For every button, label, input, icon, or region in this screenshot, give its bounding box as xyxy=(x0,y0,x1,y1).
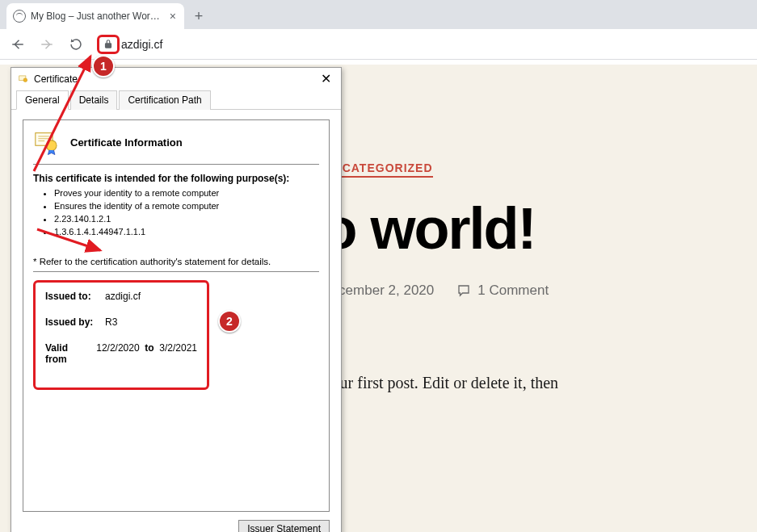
svg-point-7 xyxy=(46,140,57,151)
lock-icon xyxy=(103,39,114,50)
issued-to-value: azdigi.cf xyxy=(105,291,141,302)
valid-from-value: 12/2/2020 xyxy=(96,342,139,365)
comments-text: 1 Comment xyxy=(477,283,549,299)
cert-purpose-item: Proves your identity to a remote compute… xyxy=(54,187,319,200)
site-info-lock[interactable] xyxy=(97,35,120,54)
dialog-title: Certificate xyxy=(34,73,78,85)
back-button[interactable] xyxy=(6,33,29,56)
valid-to-label: to xyxy=(145,342,154,365)
cert-purpose-intro: This certificate is intended for the fol… xyxy=(33,173,319,184)
valid-to-value: 3/2/2021 xyxy=(159,342,197,365)
issued-by-label: Issued by: xyxy=(45,316,105,328)
cert-purpose-item: 1.3.6.1.4.1.44947.1.1.1 xyxy=(54,226,319,239)
tab-certification-path[interactable]: Certification Path xyxy=(119,90,210,110)
dialog-close-button[interactable]: ✕ xyxy=(318,71,334,86)
post-comments[interactable]: 1 Comment xyxy=(456,283,549,299)
tab-strip: My Blog – Just another WordPress × + xyxy=(0,0,757,29)
tab-details[interactable]: Details xyxy=(70,90,118,110)
browser-toolbar: azdigi.cf xyxy=(0,29,757,60)
arrow-left-icon xyxy=(11,37,25,52)
cert-fields-box: Issued to: azdigi.cf Issued by: R3 Valid… xyxy=(33,280,209,390)
address-bar[interactable]: azdigi.cf xyxy=(97,35,162,54)
tab-title: My Blog – Just another WordPress xyxy=(31,10,163,22)
cert-panel: Certificate Information This certificate… xyxy=(23,119,330,512)
annotation-badge-1: 1 xyxy=(92,55,115,77)
comment-icon xyxy=(456,283,471,298)
url-text: azdigi.cf xyxy=(121,38,162,51)
certificate-large-icon xyxy=(33,128,61,156)
reload-button[interactable] xyxy=(65,33,87,56)
cert-purpose-item: 2.23.140.1.2.1 xyxy=(54,213,319,226)
certificate-dialog: Certificate ✕ General Details Certificat… xyxy=(11,67,342,532)
arrow-right-icon xyxy=(40,37,54,52)
new-tab-button[interactable]: + xyxy=(187,5,210,27)
cert-purpose-item: Ensures the identity of a remote compute… xyxy=(54,200,319,213)
cert-note: * Refer to the certification authority's… xyxy=(33,257,319,272)
cert-heading: Certificate Information xyxy=(70,136,183,149)
browser-tab[interactable]: My Blog – Just another WordPress × xyxy=(6,3,184,29)
issued-to-label: Issued to: xyxy=(45,291,105,302)
valid-from-label: Valid from xyxy=(45,342,91,365)
certificate-icon xyxy=(18,73,29,85)
issuer-statement-button[interactable]: Issuer Statement xyxy=(238,520,330,532)
tab-close-icon[interactable]: × xyxy=(168,10,178,23)
reload-icon xyxy=(69,37,83,52)
cert-purpose-list: Proves your identity to a remote compute… xyxy=(33,187,319,239)
dialog-titlebar: Certificate ✕ xyxy=(11,68,341,88)
globe-icon xyxy=(13,10,26,23)
annotation-badge-2: 2 xyxy=(218,310,241,333)
tab-general[interactable]: General xyxy=(16,90,69,110)
forward-button[interactable] xyxy=(36,33,58,56)
svg-point-2 xyxy=(23,77,27,82)
dialog-tabs: General Details Certification Path xyxy=(11,90,341,110)
issued-by-value: R3 xyxy=(105,316,117,328)
